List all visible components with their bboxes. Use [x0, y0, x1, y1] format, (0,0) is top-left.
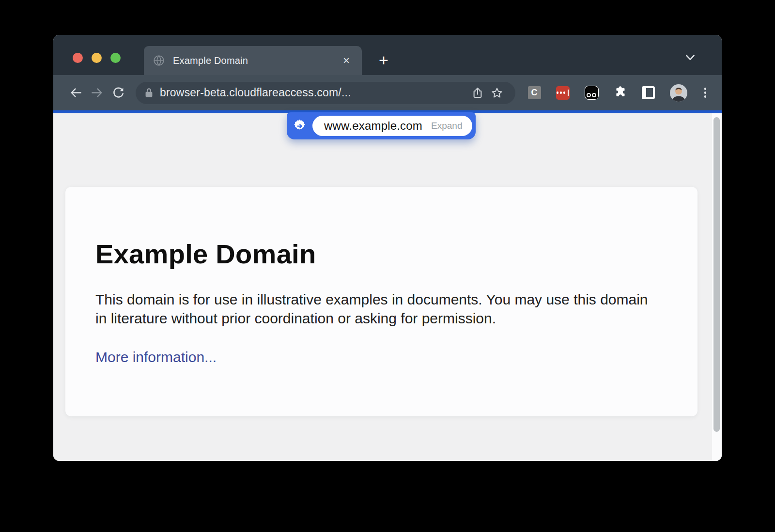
browser-window: Example Domain × +	[53, 35, 722, 461]
profile-avatar	[670, 84, 687, 102]
extension-row: C	[528, 84, 709, 102]
back-button[interactable]	[65, 82, 86, 104]
shield-arrow-icon	[293, 119, 306, 133]
tab-search-chevron-icon[interactable]	[684, 51, 697, 64]
extensions-menu-button[interactable]	[614, 85, 627, 100]
extension-c-button[interactable]: C	[528, 86, 541, 99]
browser-menu-button[interactable]	[702, 86, 709, 100]
scrollbar-thumb[interactable]	[713, 117, 720, 432]
isolation-url-pill[interactable]: www.example.com Expand	[287, 112, 476, 139]
lock-icon	[144, 87, 154, 98]
page-title: Example Domain	[95, 238, 664, 270]
url-text[interactable]: browser-beta.cloudflareaccess.com/...	[160, 86, 468, 99]
c-extension-icon: C	[528, 86, 541, 99]
star-icon	[491, 87, 503, 99]
isolation-domain-field[interactable]: www.example.com Expand	[312, 116, 472, 136]
tab-example-domain[interactable]: Example Domain ×	[144, 46, 362, 75]
page-paragraph: This domain is for use in illustrative e…	[95, 290, 652, 328]
window-zoom-button[interactable]	[110, 53, 121, 63]
more-information-link[interactable]: More information...	[95, 349, 217, 365]
puzzle-icon	[614, 85, 627, 100]
window-close-button[interactable]	[73, 53, 83, 63]
new-tab-button[interactable]: +	[374, 50, 393, 70]
lastpass-icon	[556, 86, 570, 100]
window-controls	[73, 53, 121, 63]
tab-strip: Example Domain × +	[53, 35, 722, 75]
url-bar[interactable]: browser-beta.cloudflareaccess.com/...	[136, 82, 515, 104]
forward-button[interactable]	[86, 82, 108, 104]
isolation-domain-text: www.example.com	[324, 119, 422, 133]
profile-button[interactable]	[670, 84, 687, 102]
side-panel-button[interactable]	[642, 86, 655, 99]
page-viewport: www.example.com Expand Example Domain Th…	[53, 113, 722, 461]
share-icon	[471, 87, 484, 99]
bookmark-button[interactable]	[487, 83, 507, 103]
tab-close-icon[interactable]: ×	[340, 54, 353, 67]
isolation-expand-button[interactable]: Expand	[431, 121, 462, 131]
toolbar: browser-beta.cloudflareaccess.com/... C	[53, 75, 722, 110]
side-panel-icon	[642, 86, 655, 99]
scrollbar-track	[712, 113, 722, 461]
two-circles-icon	[585, 86, 599, 100]
back-arrow-icon	[69, 86, 82, 99]
extension-lastpass-button[interactable]	[556, 86, 570, 100]
reload-icon	[112, 86, 125, 99]
page-card: Example Domain This domain is for use in…	[65, 187, 698, 416]
window-minimize-button[interactable]	[92, 53, 102, 63]
globe-favicon-icon	[153, 54, 165, 67]
menu-dots-icon	[704, 88, 707, 90]
extension-circles-button[interactable]	[585, 86, 599, 100]
share-button[interactable]	[468, 83, 487, 103]
tab-title: Example Domain	[173, 55, 248, 66]
forward-arrow-icon	[91, 86, 104, 99]
reload-button[interactable]	[108, 82, 129, 104]
